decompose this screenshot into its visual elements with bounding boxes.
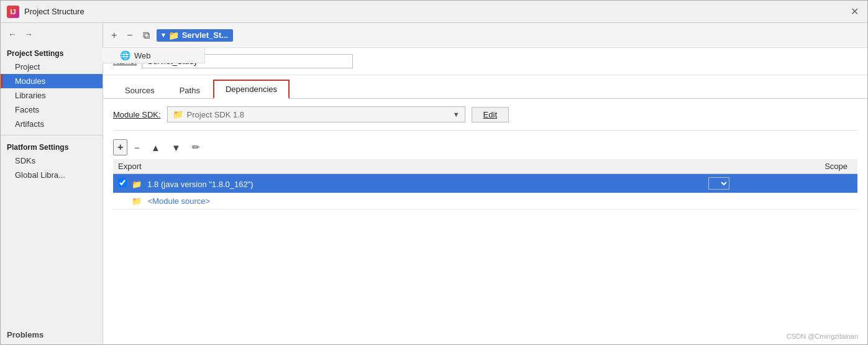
edit-dep-button[interactable]: ✏	[188, 139, 204, 155]
sidebar-divider	[1, 135, 103, 136]
tab-dependencies[interactable]: Dependencies	[213, 80, 290, 99]
dep-row-module-source[interactable]: 📁 <Module source>	[113, 193, 857, 209]
col-export-header: Export	[113, 159, 703, 174]
sidebar-item-modules[interactable]: Modules	[1, 74, 103, 88]
module-sdk-select[interactable]: 📁 Project SDK 1.8 ▼	[167, 106, 465, 122]
col-scope-header: Scope	[703, 159, 857, 174]
remove-dep-button[interactable]: −	[130, 140, 144, 155]
tabs-row: Sources Paths Dependencies	[103, 75, 867, 99]
module-sub-item-web[interactable]: 🌐 Web	[103, 48, 204, 63]
sidebar-item-global-libraries[interactable]: Global Libra...	[1, 168, 103, 182]
module-tree-selected-item[interactable]: ▾ 📁 Servlet_St...	[157, 29, 233, 42]
sidebar-item-sdks[interactable]: SDKs	[1, 154, 103, 168]
tab-sources[interactable]: Sources	[113, 81, 167, 99]
move-down-dep-button[interactable]: ▼	[167, 140, 185, 155]
title-bar: IJ Project Structure ✕	[1, 1, 867, 23]
sdk-row: Module SDK: 📁 Project SDK 1.8 ▼ Edit	[113, 106, 857, 131]
deps-table-header: Export Scope	[113, 159, 857, 174]
sidebar-problems: Problems	[1, 325, 103, 344]
panel-area: + − ⧉ ▾ 📁 Servlet_St... 🌐 Web	[103, 23, 867, 344]
sidebar-item-libraries[interactable]: Libraries	[1, 88, 103, 103]
main-content: ← → Project Settings Project Modules Lib…	[1, 23, 867, 344]
dep-row-jdk-cell: 📁 1.8 (java version "1.8.0_162")	[113, 174, 703, 193]
chevron-down-icon: ▾	[162, 31, 165, 39]
sidebar-nav: ← →	[1, 25, 103, 45]
content-area: Module SDK: 📁 Project SDK 1.8 ▼ Edit + −…	[103, 99, 867, 344]
window-title: Project Structure	[24, 7, 85, 16]
module-folder-icon: 📁	[168, 30, 179, 40]
sdk-folder-icon: 📁	[173, 109, 183, 119]
web-icon: 🌐	[120, 50, 130, 60]
dep-module-source-icon: 📁	[132, 196, 142, 206]
remove-module-button[interactable]: −	[124, 29, 135, 42]
title-bar-left: IJ Project Structure	[7, 6, 85, 18]
sidebar-item-facets[interactable]: Facets	[1, 103, 103, 117]
close-button[interactable]: ✕	[848, 7, 861, 17]
module-name-label: Servlet_St...	[182, 30, 228, 40]
app-icon: IJ	[7, 6, 19, 18]
add-module-button[interactable]: +	[108, 29, 120, 42]
dep-module-source-name: <Module source>	[148, 196, 210, 206]
right-panel: Name: Sources Paths Dependencies	[103, 48, 867, 344]
sidebar-item-project[interactable]: Project	[1, 60, 103, 74]
dep-jdk-icon: 📁	[132, 180, 142, 189]
module-tree-bar: + − ⧉ ▾ 📁 Servlet_St...	[103, 23, 867, 48]
name-row: Name:	[103, 48, 867, 75]
dep-jdk-checkbox[interactable]	[118, 178, 127, 187]
watermark: CSDN @Cmingzitainan	[787, 333, 858, 340]
platform-settings-header: Platform Settings	[1, 139, 103, 154]
deps-toolbar: + − ▲ ▼ ✏	[113, 139, 857, 155]
sdk-value: Project SDK 1.8	[187, 110, 449, 119]
dropdown-arrow-icon: ▼	[453, 111, 460, 118]
back-button[interactable]: ←	[6, 28, 19, 40]
add-dep-button[interactable]: +	[113, 139, 127, 155]
dep-row-jdk[interactable]: 📁 1.8 (java version "1.8.0_162")	[113, 174, 857, 193]
project-structure-window: IJ Project Structure ✕ ← → Project Setti…	[0, 0, 868, 345]
dep-jdk-name: 1.8 (java version "1.8.0_162")	[147, 180, 253, 189]
module-sub-tree: 🌐 Web	[103, 48, 205, 63]
edit-sdk-button[interactable]: Edit	[472, 107, 509, 122]
copy-module-button[interactable]: ⧉	[140, 29, 153, 42]
module-sdk-label: Module SDK:	[113, 110, 161, 119]
tab-paths[interactable]: Paths	[168, 81, 212, 99]
deps-table: Export Scope 📁 1.8 (java version "1.8.0_…	[113, 159, 857, 209]
dep-row-module-source-cell: 📁 <Module source>	[113, 193, 703, 209]
move-up-dep-button[interactable]: ▲	[147, 140, 165, 155]
dep-jdk-scope-cell	[703, 174, 857, 193]
sidebar-item-artifacts[interactable]: Artifacts	[1, 117, 103, 131]
forward-button[interactable]: →	[22, 28, 35, 40]
project-settings-header: Project Settings	[1, 45, 103, 60]
dep-module-source-scope-cell	[703, 193, 857, 209]
dep-jdk-scope-select[interactable]	[708, 177, 729, 190]
sidebar: ← → Project Settings Project Modules Lib…	[1, 23, 103, 344]
